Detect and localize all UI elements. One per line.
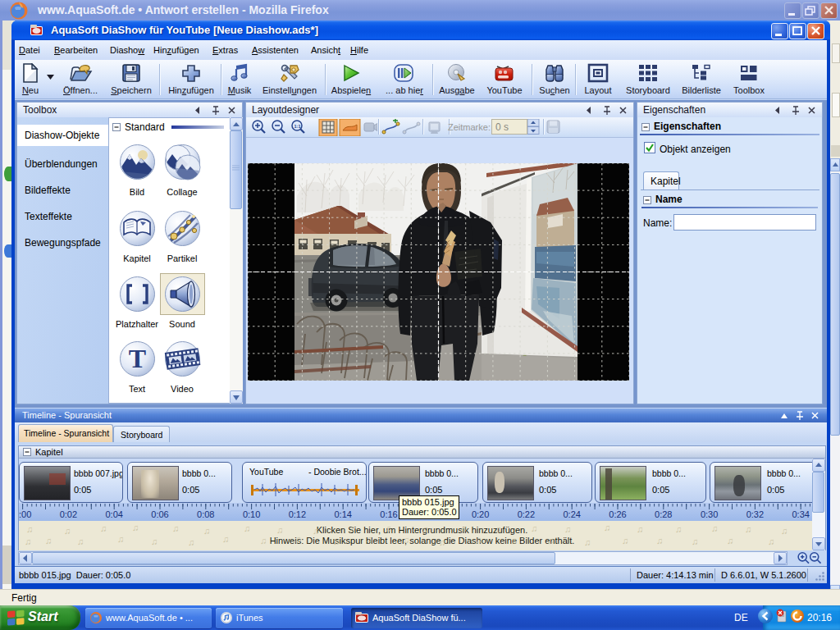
svg-text:T: T	[129, 344, 146, 373]
svg-text:1:1: 1:1	[294, 124, 301, 129]
